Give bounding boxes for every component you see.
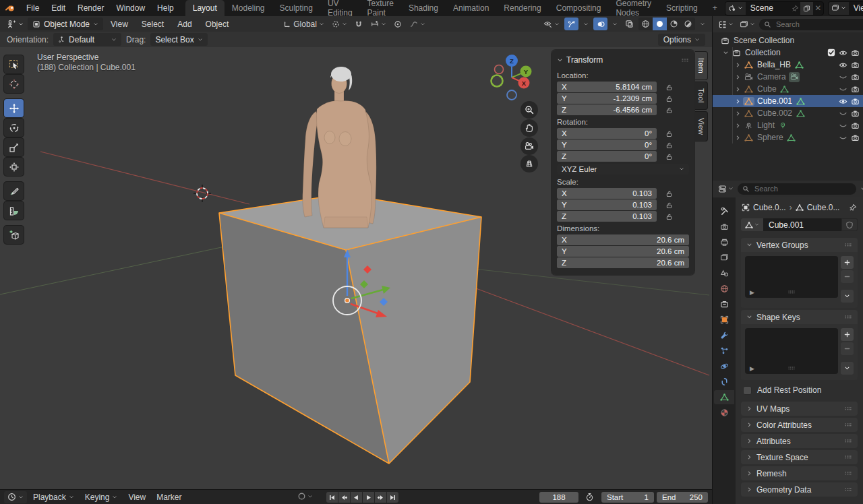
editor-type-button[interactable] [4,18,26,30]
location-x-field[interactable]: X5.8104 cm [557,82,657,92]
list-grip-icon[interactable] [787,290,796,294]
menu-playback[interactable]: Playback [28,490,79,504]
expand-icon[interactable] [733,111,743,117]
outliner-row-light[interactable]: Light [713,119,863,131]
pan-hand-button[interactable] [520,119,538,137]
mesh-name-field[interactable]: Cube.001 [763,218,841,231]
hide-viewport-icon[interactable] [839,61,847,69]
dimensions-z-field[interactable]: Z20.6 cm [557,257,689,268]
menu-help[interactable]: Help [151,0,180,16]
hidden-viewport-icon[interactable] [839,109,847,118]
tab-modeling[interactable]: Modeling [225,0,272,16]
shape-keys-header[interactable]: Shape Keys [741,310,858,324]
add-workspace-button[interactable]: + [705,0,725,16]
snap-settings-dropdown[interactable] [368,18,389,30]
disable-render-icon[interactable] [851,121,860,130]
tab-scripting[interactable]: Scripting [659,0,705,16]
rotation-y-field[interactable]: Y0° [557,139,657,150]
drag-mode-dropdown[interactable]: Select Box [150,33,207,46]
panel-grip-icon[interactable] [844,487,852,492]
outliner-search-input[interactable] [775,20,863,29]
hide-viewport-icon[interactable] [839,49,847,57]
scale-x-field[interactable]: X0.103 [557,188,657,199]
zoom-button[interactable] [520,101,538,119]
dimensions-y-field[interactable]: Y20.6 cm [557,246,689,257]
frame-start-field[interactable]: Start 1 [601,492,654,503]
menu-select[interactable]: Select [136,16,170,32]
camera-view-button[interactable] [520,137,538,155]
tab-output-properties[interactable] [714,235,734,249]
tab-uv-editing[interactable]: UV Editing [320,0,360,16]
panel-grip-icon[interactable] [844,422,852,427]
menu-add[interactable]: Add [171,16,198,32]
panel-grip-icon[interactable] [844,315,852,319]
show-gizmo-toggle[interactable] [564,18,578,30]
expand-icon[interactable] [733,74,743,80]
play-button[interactable] [363,492,374,503]
new-scene-button[interactable] [800,2,813,15]
outliner-row-scene-collection[interactable]: Scene Collection [713,34,863,46]
hidden-viewport-icon[interactable] [839,73,847,82]
panel-grip-icon[interactable] [844,471,852,476]
tab-render-properties[interactable] [714,220,734,234]
axis-z-neg-ball[interactable] [507,90,516,100]
outliner-row-bella-hb[interactable]: Bella_HB [713,59,863,71]
lock-icon[interactable] [657,95,681,102]
collapse-icon[interactable] [557,57,563,63]
tab-tool-properties[interactable] [714,204,734,218]
object-visibility-dropdown[interactable] [541,18,562,30]
gizmo-settings-dropdown[interactable] [581,18,591,30]
browse-mesh-button[interactable] [741,218,763,231]
tab-physics-properties[interactable] [714,359,734,373]
navigation-gizmo[interactable]: Z Y X [488,54,535,101]
menu-object[interactable]: Object [200,16,235,32]
disable-render-icon[interactable] [851,49,860,57]
add-rest-position-checkbox[interactable] [743,386,752,395]
rotation-z-field[interactable]: Z0° [557,151,657,162]
frame-end-field[interactable]: End 250 [657,492,708,503]
outliner-row-cube-001-selected[interactable]: Cube.001 [713,95,863,107]
tab-material-properties[interactable] [714,406,734,420]
panel-grip-icon[interactable] [844,455,852,460]
rotation-x-field[interactable]: X0° [557,128,657,139]
fake-user-shield-button[interactable] [841,218,858,231]
collection-checkbox[interactable] [827,49,835,57]
remove-vertex-group-button[interactable] [841,270,854,283]
pin-id-icon[interactable] [849,203,857,212]
pivot-point-dropdown[interactable] [329,18,350,30]
rotate-tool[interactable] [4,119,24,137]
list-grip-icon[interactable] [787,366,796,371]
breadcrumb-object[interactable]: Cube.0... [753,203,786,212]
properties-search-input[interactable] [753,184,852,193]
properties-search[interactable] [738,183,856,195]
expand-icon[interactable] [733,98,743,104]
breadcrumb-data[interactable]: Cube.0... [807,203,840,212]
disable-render-icon[interactable] [851,97,860,106]
view-layer-name[interactable]: ViewLayer [849,3,863,13]
vertex-groups-header[interactable]: Vertex Groups [741,238,858,252]
timeline-editor-type-button[interactable] [4,491,27,503]
proportional-editing-toggle[interactable] [391,18,405,30]
tab-geometry-nodes[interactable]: Geometry Nodes [608,0,659,16]
orientation-dropdown[interactable]: Global [280,18,327,30]
measure-tool[interactable] [4,201,24,220]
mode-dropdown[interactable]: Object Mode [28,18,103,30]
lock-icon[interactable] [657,153,681,160]
hide-viewport-icon[interactable] [839,97,847,106]
tab-view-layer-properties[interactable] [714,251,734,265]
add-vertex-group-button[interactable] [841,256,854,269]
vertex-group-specials-button[interactable] [841,290,854,303]
cube-object[interactable] [219,194,481,464]
lock-icon[interactable] [657,141,681,149]
panel-grip-icon[interactable] [844,439,852,443]
previous-keyframe-button[interactable] [338,492,350,503]
tab-compositing[interactable]: Compositing [549,0,609,16]
shading-solid-button[interactable] [653,18,667,30]
uv-maps-header[interactable]: UV Maps [741,402,858,416]
lock-icon[interactable] [657,106,681,114]
tab-world-properties[interactable] [714,282,734,296]
attributes-header[interactable]: Attributes [741,434,858,448]
shading-settings-dropdown[interactable] [697,18,708,30]
tab-animation[interactable]: Animation [446,0,496,16]
scene-browse-button[interactable] [725,2,746,15]
